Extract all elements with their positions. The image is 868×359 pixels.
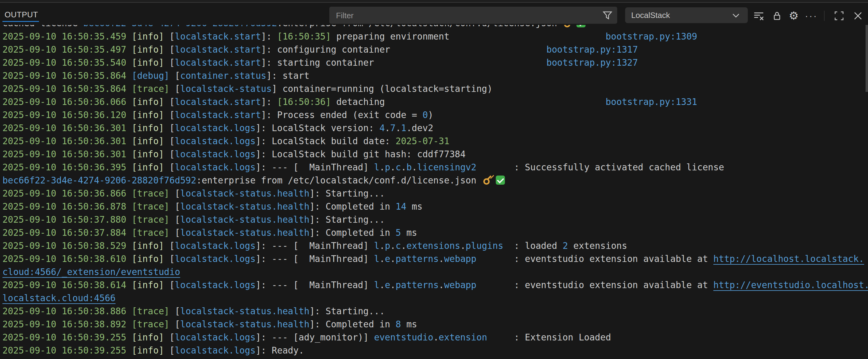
log-text: [ bbox=[169, 188, 180, 199]
log-text: localstack.logs bbox=[175, 149, 255, 159]
log-text: extensions bbox=[568, 241, 627, 251]
log-text: . bbox=[390, 162, 396, 172]
close-panel-button[interactable] bbox=[852, 10, 864, 22]
log-text bbox=[126, 162, 132, 172]
log-text: : eventstudio extension available at bbox=[476, 254, 713, 264]
log-text: webapp bbox=[444, 254, 476, 264]
log-text: 2025-09-10 16:50:38.892 bbox=[2, 319, 126, 329]
url-link[interactable]: localstack.cloud:4566 bbox=[2, 293, 116, 303]
log-text: [ bbox=[164, 58, 175, 68]
log-text: [ bbox=[164, 345, 175, 356]
log-text: localstack-status bbox=[180, 84, 272, 94]
source-file-link[interactable]: bootstrap.py:1331 bbox=[606, 97, 697, 107]
log-text: localstack.logs bbox=[175, 332, 255, 342]
log-text: 2025-09-10 16:50:35.540 bbox=[2, 58, 126, 68]
log-text: [16:50:35] bbox=[277, 31, 331, 42]
log-text: [ bbox=[164, 110, 175, 120]
output-channel-select[interactable]: LocalStack bbox=[625, 7, 748, 23]
source-file-link[interactable]: bootstrap.py:1327 bbox=[546, 58, 638, 68]
log-text: . bbox=[379, 280, 385, 290]
tab-output[interactable]: OUTPUT bbox=[5, 10, 38, 20]
log-line: 2025-09-10 16:50:38.886 [trace] [localst… bbox=[0, 305, 868, 318]
log-text: [ bbox=[169, 201, 180, 212]
log-text: localstack.start bbox=[175, 110, 261, 120]
log-text: [trace] bbox=[132, 201, 169, 212]
active-tab-underline bbox=[2, 21, 39, 22]
log-text bbox=[126, 136, 132, 146]
log-text: : Extension Loaded bbox=[487, 332, 611, 342]
maximize-panel-button[interactable] bbox=[833, 10, 845, 22]
more-actions-button[interactable]: ··· bbox=[805, 10, 817, 22]
scroll-lock-button[interactable] bbox=[771, 10, 783, 22]
panel-top-sash[interactable] bbox=[0, 0, 868, 3]
log-text: [info] bbox=[132, 149, 164, 159]
log-text: [ bbox=[164, 149, 175, 159]
log-text: [debug] bbox=[132, 71, 169, 81]
log-line: 2025-09-10 16:50:35.459 [info] [localsta… bbox=[0, 30, 868, 43]
log-text: . bbox=[401, 241, 406, 251]
log-line: 2025-09-10 16:50:35.497 [info] [localsta… bbox=[0, 43, 868, 56]
log-text bbox=[126, 58, 132, 68]
url-link[interactable]: cloud:4566/_extension/eventstudio bbox=[2, 267, 180, 277]
log-text: ]: start bbox=[266, 71, 310, 81]
log-text: 2025-09-10 16:50:36.301 bbox=[2, 136, 126, 146]
log-line: 2025-09-10 16:50:38.529 [info] [localsta… bbox=[0, 239, 868, 253]
log-text: localstack.logs bbox=[175, 241, 255, 251]
log-text: [info] bbox=[132, 254, 164, 264]
log-line: 2025-09-10 16:50:36.301 [info] [localsta… bbox=[0, 148, 868, 161]
filter-icon bbox=[602, 10, 612, 20]
log-text: licensingv2 bbox=[417, 162, 476, 172]
log-text: [ bbox=[169, 306, 180, 317]
log-text: [ bbox=[164, 31, 175, 42]
log-text: [ bbox=[164, 280, 175, 290]
log-text bbox=[126, 306, 132, 317]
log-text: [ bbox=[169, 84, 180, 94]
log-line: 2025-09-10 16:50:35.864 [trace] [localst… bbox=[0, 83, 868, 96]
log-text: . bbox=[385, 123, 390, 133]
log-text: [trace] bbox=[132, 306, 169, 317]
log-text: . bbox=[401, 162, 406, 172]
log-text: localstack.start bbox=[175, 97, 261, 107]
log-line: cloud:4566/_extension/eventstudio bbox=[0, 266, 868, 279]
clear-output-button[interactable] bbox=[753, 10, 765, 22]
scrollbar-thumb[interactable] bbox=[866, 25, 868, 92]
log-text bbox=[126, 149, 132, 159]
log-text: [info] bbox=[132, 58, 164, 68]
log-text: ]: configuring container bbox=[261, 44, 546, 55]
settings-gear-button[interactable]: ⚙ bbox=[788, 10, 800, 22]
log-text: ]: Starting... bbox=[310, 215, 385, 225]
log-text: . bbox=[379, 162, 385, 172]
url-link[interactable]: http://eventstudio.localhost. bbox=[713, 280, 868, 290]
log-text: . bbox=[460, 241, 466, 251]
log-text: ) bbox=[428, 110, 433, 120]
log-text: localstack.logs bbox=[175, 254, 255, 264]
source-file-link[interactable]: bootstrap.py:1317 bbox=[546, 44, 638, 55]
log-text: 5 bbox=[396, 228, 401, 238]
filter-input[interactable] bbox=[335, 7, 598, 24]
log-text: 2025-07-31 bbox=[396, 136, 450, 146]
log-text: localstack-status.health bbox=[180, 228, 310, 238]
log-text bbox=[126, 345, 132, 356]
log-text: . bbox=[379, 254, 385, 264]
log-text: patterns bbox=[396, 280, 439, 290]
log-line: 2025-09-10 16:50:35.540 [info] [localsta… bbox=[0, 56, 868, 69]
log-line: 2025-09-10 16:50:36.395 [info] [localsta… bbox=[0, 161, 868, 174]
log-text: ]: Process ended (exit code = bbox=[261, 110, 423, 120]
output-channel-label: LocalStack bbox=[631, 11, 670, 20]
log-text: 2025-09-10 16:50:36.395 bbox=[2, 162, 126, 172]
log-text: ]: --- [ MainThread] bbox=[256, 280, 374, 290]
gear-icon: ⚙ bbox=[789, 10, 799, 22]
log-text: [ bbox=[164, 332, 175, 342]
url-link[interactable]: http://localhost.localstack. bbox=[713, 254, 864, 264]
source-file-link[interactable]: bootstrap.py:1309 bbox=[606, 31, 697, 42]
output-panel-header: OUTPUT LocalStack ⚙ ··· bbox=[0, 3, 868, 25]
log-text: : loaded bbox=[503, 241, 563, 251]
log-text: [ bbox=[164, 123, 175, 133]
log-text: patterns bbox=[396, 254, 439, 264]
log-text: 2025-09-10 16:50:35.497 bbox=[2, 44, 126, 55]
log-text: e bbox=[385, 280, 390, 290]
log-line: 2025-09-10 16:50:37.880 [trace] [localst… bbox=[0, 213, 868, 226]
log-text: [info] bbox=[132, 31, 164, 42]
log-text: localstack-status.health bbox=[180, 319, 310, 329]
log-text bbox=[126, 188, 132, 199]
